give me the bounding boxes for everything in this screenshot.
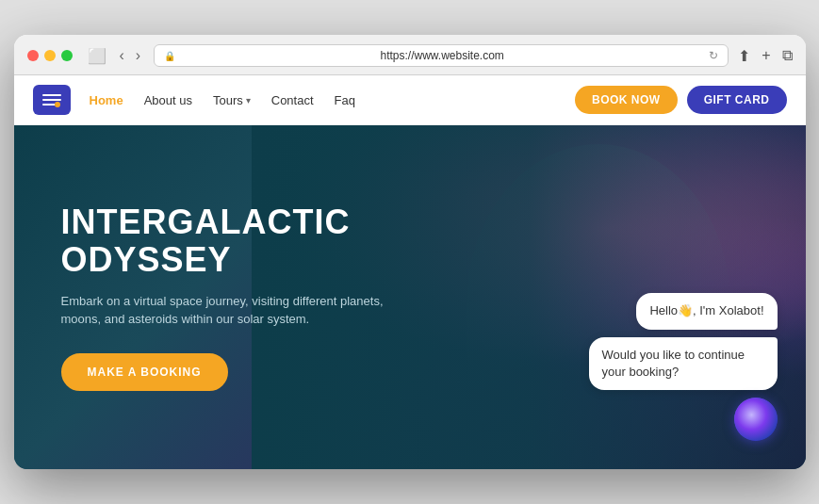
nav-about[interactable]: About us — [144, 93, 192, 107]
close-button[interactable] — [27, 50, 39, 61]
nav-home[interactable]: Home — [90, 93, 123, 107]
nav-buttons: BOOK NOW GIFT CARD — [575, 86, 787, 114]
forward-button[interactable]: › — [132, 45, 144, 66]
hero-section: INTERGALACTIC ODYSSEY Embark on a virtua… — [14, 125, 806, 469]
book-now-button[interactable]: BOOK NOW — [575, 86, 678, 114]
tours-chevron-icon: ▾ — [246, 95, 251, 106]
browser-chrome: ⬜ ‹ › 🔒 https://www.website.com ↻ ⬆ + ⧉ — [14, 35, 806, 75]
browser-actions: ⬆ + ⧉ — [738, 47, 792, 65]
sidebar-icon[interactable]: ⬜ — [88, 47, 106, 65]
minimize-button[interactable] — [44, 50, 56, 61]
website-content: Home About us Tours ▾ Contact Faq BOOK N… — [14, 75, 806, 469]
maximize-button[interactable] — [61, 50, 73, 61]
hero-subtitle: Embark on a virtual space journey, visit… — [61, 292, 401, 329]
nav-links: Home About us Tours ▾ Contact Faq — [90, 93, 576, 107]
share-button[interactable]: ⬆ — [738, 47, 750, 65]
hero-content: INTERGALACTIC ODYSSEY Embark on a virtua… — [14, 166, 485, 428]
chat-avatar-button[interactable] — [734, 398, 778, 441]
make-booking-button[interactable]: MAKE A BOOKING — [61, 353, 228, 391]
logo[interactable] — [33, 85, 71, 115]
svg-rect-1 — [42, 99, 61, 101]
lock-icon: 🔒 — [164, 51, 175, 61]
nav-arrows: ‹ › — [116, 45, 145, 66]
chat-bubble-greeting: Hello👋, I'm Xolabot! — [636, 293, 777, 329]
nav-contact[interactable]: Contact — [271, 93, 314, 107]
address-bar[interactable]: 🔒 https://www.website.com ↻ — [154, 44, 729, 67]
reload-icon[interactable]: ↻ — [709, 49, 718, 62]
chat-widget: Hello👋, I'm Xolabot! Would you like to c… — [589, 293, 778, 441]
navbar: Home About us Tours ▾ Contact Faq BOOK N… — [14, 75, 806, 125]
svg-point-3 — [55, 102, 60, 107]
tabs-button[interactable]: ⧉ — [782, 47, 793, 64]
new-tab-button[interactable]: + — [762, 47, 770, 64]
chat-bubble-question: Would you like to continue your booking? — [589, 337, 778, 390]
svg-rect-0 — [42, 94, 61, 96]
browser-window: ⬜ ‹ › 🔒 https://www.website.com ↻ ⬆ + ⧉ — [14, 35, 806, 469]
svg-rect-2 — [42, 104, 56, 106]
nav-tours[interactable]: Tours ▾ — [213, 93, 251, 107]
hero-title: INTERGALACTIC ODYSSEY — [61, 203, 438, 278]
gift-card-button[interactable]: GIFT CARD — [687, 86, 787, 114]
nav-faq[interactable]: Faq — [335, 93, 355, 107]
chat-avatar-graphic — [734, 398, 778, 441]
back-button[interactable]: ‹ — [116, 45, 128, 66]
url-text: https://www.website.com — [181, 49, 703, 62]
traffic-lights — [27, 50, 73, 61]
